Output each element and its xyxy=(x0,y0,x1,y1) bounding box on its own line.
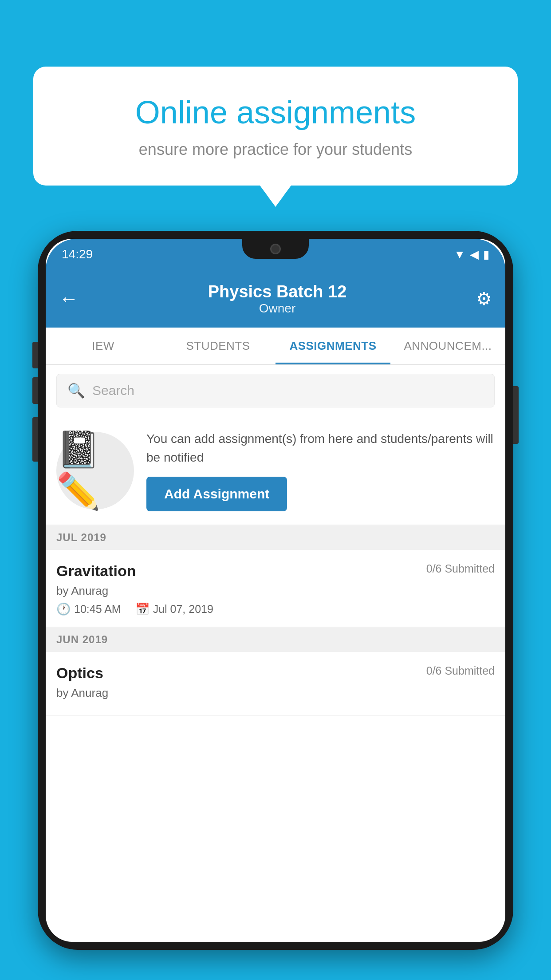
assignment-author-optics: by Anurag xyxy=(56,686,495,700)
promo-section: 📓✏️ You can add assignment(s) from here … xyxy=(46,416,505,525)
assignment-time-value: 10:45 AM xyxy=(74,603,121,616)
promo-content: You can add assignment(s) from here and … xyxy=(146,430,495,511)
tab-students[interactable]: STUDENTS xyxy=(161,328,276,364)
section-jul-2019: JUL 2019 xyxy=(46,525,505,550)
app-bar: ← Physics Batch 12 Owner ⚙ xyxy=(46,270,505,328)
clock-icon: 🕐 xyxy=(56,602,71,616)
assignment-header: Gravitation 0/6 Submitted xyxy=(56,562,495,580)
assignment-time: 🕐 10:45 AM xyxy=(56,602,121,616)
back-button[interactable]: ← xyxy=(59,288,79,310)
assignment-author-gravitation: by Anurag xyxy=(56,584,495,598)
speech-bubble-subtitle: ensure more practice for your students xyxy=(64,140,487,159)
speech-bubble-title: Online assignments xyxy=(64,93,487,131)
app-bar-title-section: Physics Batch 12 Owner xyxy=(79,282,476,316)
calendar-icon: 📅 xyxy=(135,602,150,616)
assignment-title-gravitation: Gravitation xyxy=(56,562,136,580)
signal-icon: ◀ xyxy=(470,248,479,261)
assignment-optics-header: Optics 0/6 Submitted xyxy=(56,664,495,682)
search-container: 🔍 Search xyxy=(46,365,505,416)
promo-description: You can add assignment(s) from here and … xyxy=(146,430,495,467)
speech-bubble-container: Online assignments ensure more practice … xyxy=(33,67,518,186)
tab-iew[interactable]: IEW xyxy=(46,328,161,364)
assignment-gravitation[interactable]: Gravitation 0/6 Submitted by Anurag 🕐 10… xyxy=(46,550,505,627)
phone-silent-switch xyxy=(32,417,38,462)
assignment-submitted-optics: 0/6 Submitted xyxy=(426,664,495,677)
promo-icon-circle: 📓✏️ xyxy=(56,432,134,510)
phone-notch xyxy=(242,239,309,259)
phone-volume-down xyxy=(32,377,38,404)
assignment-date: 📅 Jul 07, 2019 xyxy=(135,602,213,616)
assignment-optics[interactable]: Optics 0/6 Submitted by Anurag xyxy=(46,652,505,715)
app-bar-subtitle: Owner xyxy=(79,301,476,316)
assignment-title-optics: Optics xyxy=(56,664,103,682)
status-time: 14:29 xyxy=(62,247,93,261)
settings-button[interactable]: ⚙ xyxy=(476,288,492,309)
phone-volume-up xyxy=(32,342,38,368)
tabs-container: IEW STUDENTS ASSIGNMENTS ANNOUNCEM... xyxy=(46,328,505,365)
status-icons: ▼ ◀ ▮ xyxy=(454,248,489,261)
phone-power-button xyxy=(513,386,519,444)
status-bar: 14:29 ▼ ◀ ▮ xyxy=(46,239,505,270)
phone-screen: 14:29 ▼ ◀ ▮ ← Physics Batch 12 Owner ⚙ xyxy=(46,239,505,942)
phone-mockup: 14:29 ▼ ◀ ▮ ← Physics Batch 12 Owner ⚙ xyxy=(38,231,513,980)
add-assignment-button[interactable]: Add Assignment xyxy=(146,477,287,511)
battery-icon: ▮ xyxy=(483,248,489,261)
scroll-content: 🔍 Search 📓✏️ You can add assignment(s) f… xyxy=(46,365,505,942)
assignment-submitted-gravitation: 0/6 Submitted xyxy=(426,562,495,575)
section-jun-2019: JUN 2019 xyxy=(46,627,505,652)
wifi-icon: ▼ xyxy=(454,248,465,261)
assignment-date-value: Jul 07, 2019 xyxy=(153,603,213,616)
notebook-icon: 📓✏️ xyxy=(56,429,134,512)
front-camera xyxy=(270,244,281,254)
search-placeholder: Search xyxy=(92,383,134,398)
phone-outer: 14:29 ▼ ◀ ▮ ← Physics Batch 12 Owner ⚙ xyxy=(38,231,513,950)
assignment-details-gravitation: 🕐 10:45 AM 📅 Jul 07, 2019 xyxy=(56,602,495,616)
search-bar[interactable]: 🔍 Search xyxy=(56,374,495,407)
tab-announcements[interactable]: ANNOUNCEM... xyxy=(390,328,505,364)
tab-assignments[interactable]: ASSIGNMENTS xyxy=(276,328,390,364)
search-icon: 🔍 xyxy=(67,382,85,399)
speech-bubble: Online assignments ensure more practice … xyxy=(33,67,518,186)
app-bar-title: Physics Batch 12 xyxy=(79,282,476,301)
